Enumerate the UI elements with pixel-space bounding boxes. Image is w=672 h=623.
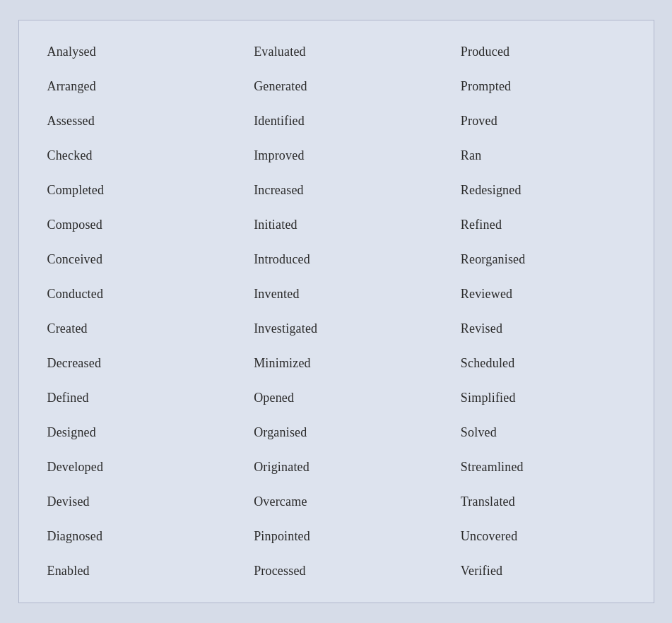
word-cell: Processed — [232, 554, 440, 588]
word-cell: Opened — [232, 381, 440, 415]
word-cell: Diagnosed — [26, 519, 233, 554]
word-cell: Created — [26, 312, 233, 346]
word-cell: Scheduled — [440, 346, 647, 381]
word-list-container: AnalysedEvaluatedProducedArrangedGenerat… — [18, 20, 654, 603]
word-cell: Streamlined — [440, 450, 647, 485]
word-cell: Enabled — [26, 554, 233, 588]
word-grid: AnalysedEvaluatedProducedArrangedGenerat… — [26, 35, 647, 588]
word-cell: Organised — [232, 415, 440, 450]
word-cell: Invented — [232, 277, 440, 312]
word-cell: Pinpointed — [232, 519, 440, 554]
word-cell: Overcame — [232, 485, 440, 519]
word-cell: Composed — [26, 208, 233, 242]
word-cell: Arranged — [26, 69, 233, 104]
word-cell: Conceived — [26, 242, 233, 277]
word-cell: Revised — [440, 312, 647, 346]
word-cell: Checked — [26, 138, 233, 173]
word-cell: Decreased — [26, 346, 233, 381]
word-cell: Produced — [440, 35, 647, 69]
word-cell: Defined — [26, 381, 233, 415]
word-cell: Increased — [232, 173, 440, 208]
word-cell: Investigated — [232, 312, 440, 346]
word-cell: Generated — [232, 69, 440, 104]
word-cell: Developed — [26, 450, 233, 485]
word-cell: Analysed — [26, 35, 233, 69]
word-cell: Uncovered — [440, 519, 647, 554]
word-cell: Prompted — [440, 69, 647, 104]
word-cell: Verified — [440, 554, 647, 588]
word-cell: Minimized — [232, 346, 440, 381]
word-cell: Evaluated — [232, 35, 440, 69]
word-cell: Completed — [26, 173, 233, 208]
word-cell: Initiated — [232, 208, 440, 242]
word-cell: Introduced — [232, 242, 440, 277]
word-cell: Translated — [440, 485, 647, 519]
word-cell: Solved — [440, 415, 647, 450]
word-cell: Ran — [440, 138, 647, 173]
word-cell: Reviewed — [440, 277, 647, 312]
word-cell: Assessed — [26, 104, 233, 138]
word-cell: Reorganised — [440, 242, 647, 277]
word-cell: Improved — [232, 138, 440, 173]
word-cell: Redesigned — [440, 173, 647, 208]
word-cell: Designed — [26, 415, 233, 450]
word-cell: Devised — [26, 485, 233, 519]
word-cell: Refined — [440, 208, 647, 242]
word-cell: Conducted — [26, 277, 233, 312]
word-cell: Identified — [232, 104, 440, 138]
word-cell: Originated — [232, 450, 440, 485]
word-cell: Proved — [440, 104, 647, 138]
word-cell: Simplified — [440, 381, 647, 415]
